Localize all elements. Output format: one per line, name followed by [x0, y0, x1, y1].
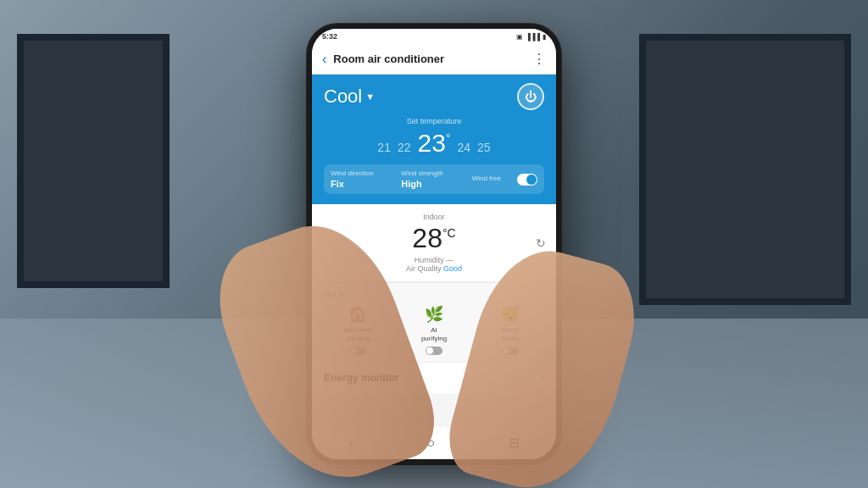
bg-window-right [639, 34, 851, 305]
wind-strength: Wind strength High [401, 169, 466, 189]
toggle-dot [526, 175, 537, 185]
phone-wrapper: 5:32 ▣ ▐▐▐ ▮ ‹ Room air conditioner ⋮ [307, 24, 561, 464]
mode-label: Cool [324, 86, 362, 108]
status-time: 5:32 [322, 32, 337, 41]
power-icon: ⏻ [525, 90, 537, 103]
ai-purifying-toggle-dot [426, 347, 433, 354]
ai-purifying-toggle[interactable] [426, 347, 442, 355]
temp-24[interactable]: 24 [457, 141, 470, 154]
temperature-row: 21 22 23° 24 25 [324, 129, 544, 158]
header-left: ‹ Room air conditioner [322, 52, 444, 67]
wind-direction: Wind direction Fix [331, 169, 396, 189]
back-button[interactable]: ‹ [322, 52, 326, 67]
battery-icon: ▮ [542, 33, 546, 41]
wind-free-label: Wind free [472, 175, 501, 182]
air-quality-value: Good [443, 264, 462, 273]
mode-selector[interactable]: Cool ▼ [324, 86, 375, 108]
temp-current: 23° [418, 129, 451, 158]
temp-22[interactable]: 22 [398, 141, 411, 154]
ai-purifying-icon: 🌿 [425, 305, 443, 324]
header-title: Room air conditioner [333, 53, 444, 65]
refresh-button[interactable]: ↻ [536, 236, 546, 250]
more-button[interactable]: ⋮ [532, 51, 546, 67]
wifi-icon: ▣ [516, 33, 523, 41]
indoor-temp-unit: °C [442, 226, 456, 240]
wind-direction-value: Fix [331, 179, 396, 189]
wind-row: Wind direction Fix Wind strength High Wi… [324, 164, 544, 194]
indoor-label: Indoor [324, 213, 544, 221]
blue-control-section: Cool ▼ ⏻ Set temperature 21 22 23° 24 25 [312, 75, 556, 204]
wind-free: Wind free [472, 169, 537, 189]
mode-dropdown-icon[interactable]: ▼ [365, 92, 375, 102]
ai-purifying-label: AIpurifying [421, 326, 447, 342]
status-bar: 5:32 ▣ ▐▐▐ ▮ [312, 29, 556, 44]
signal-icon: ▐▐▐ [526, 33, 540, 41]
wind-free-toggle[interactable] [517, 174, 537, 186]
wind-strength-value: High [401, 179, 466, 189]
wind-strength-label: Wind strength [401, 169, 466, 177]
bg-window-left [17, 34, 170, 288]
temperature-section: Set temperature 21 22 23° 24 25 [324, 117, 544, 158]
temp-25[interactable]: 25 [477, 141, 491, 154]
power-button[interactable]: ⏻ [517, 83, 544, 110]
indoor-temp-value: 28 [412, 223, 442, 253]
air-quality-label: Air Quality [406, 264, 442, 273]
temp-21[interactable]: 21 [377, 141, 391, 154]
app-header: ‹ Room air conditioner ⋮ [312, 44, 556, 75]
status-icons: ▣ ▐▐▐ ▮ [516, 33, 546, 41]
temp-degree: ° [446, 131, 451, 145]
temperature-label: Set temperature [324, 117, 544, 125]
mode-row: Cool ▼ ⏻ [324, 83, 544, 110]
wind-direction-label: Wind direction [331, 169, 396, 177]
